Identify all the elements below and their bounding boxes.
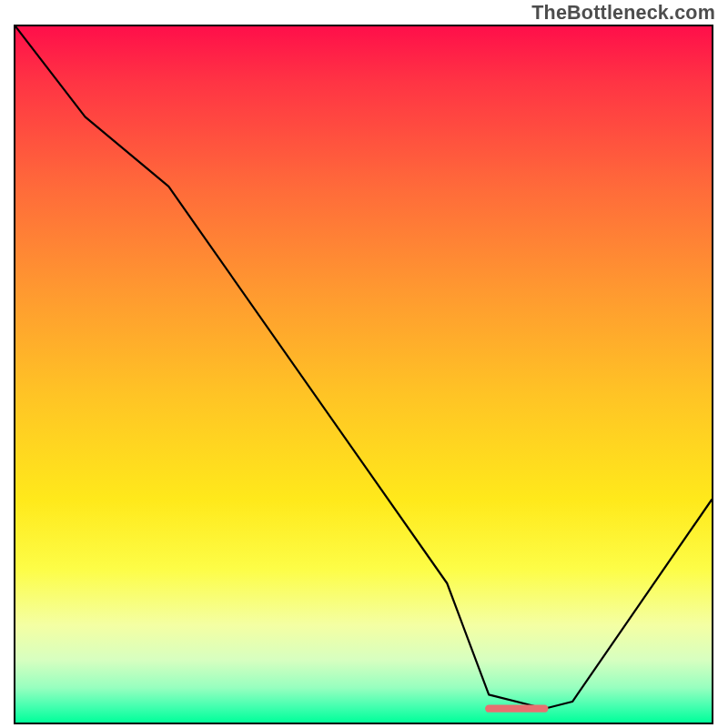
curve-line — [15, 26, 712, 709]
plot-area — [15, 26, 712, 723]
overlay-svg — [15, 26, 712, 723]
watermark-text: TheBottleneck.com — [531, 2, 715, 25]
chart-container: TheBottleneck.com — [0, 0, 728, 728]
